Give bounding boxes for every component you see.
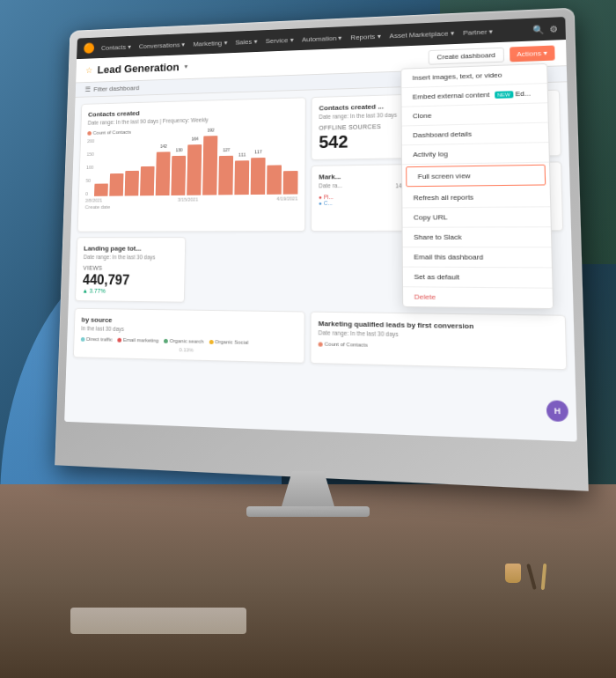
source-pct: 0.13%: [80, 345, 297, 356]
bar-chart: 142130164192127111117: [94, 134, 298, 196]
dashboard-row3: by source In the last 30 days Direct tra…: [66, 308, 575, 379]
title-chevron-icon[interactable]: ▾: [184, 63, 187, 70]
header-actions: Create dashboard Actions ▾: [429, 46, 555, 65]
legend-dot-red: [87, 131, 92, 136]
legend-dot-social: [209, 339, 213, 343]
bar-3: [140, 166, 154, 195]
nav-reports[interactable]: Reports ▾: [350, 33, 380, 41]
mql-legend: Count of Contacts: [319, 341, 558, 351]
bar-6: 164: [187, 144, 202, 195]
mql-legend-dot: [319, 342, 323, 346]
actions-dropdown: Insert images, text, or video Embed exte…: [400, 63, 554, 309]
legend-dot-email: [117, 337, 121, 342]
landing-change: ▲ 3.77%: [83, 288, 178, 295]
nav-sales[interactable]: Sales ▾: [235, 38, 257, 46]
hubspot-ui: 🟠 Contacts ▾ Conversations ▾ Marketing ▾…: [64, 17, 577, 442]
legend-dot-direct: [81, 336, 85, 341]
hubspot-logo: 🟠: [83, 42, 95, 54]
legend-organic: Organic search: [164, 338, 204, 344]
by-source-card: by source In the last 30 days Direct tra…: [73, 308, 305, 364]
dropdown-item-delete[interactable]: Delete: [403, 287, 553, 308]
new-badge: NEW: [495, 91, 513, 99]
marketing-qualified-card: Marketing qualified leads by first conve…: [310, 312, 567, 371]
search-icon[interactable]: 🔍: [532, 25, 544, 34]
title-row: ☆ Lead Generation ▾: [85, 61, 187, 77]
bar-8: 127: [218, 155, 233, 195]
dropdown-item-email[interactable]: Email this dashboard: [403, 247, 552, 268]
nav-marketplace[interactable]: Asset Marketplace ▾: [389, 29, 453, 40]
desk-items: [505, 564, 546, 590]
bar-2: [125, 171, 139, 196]
bar-12: [283, 171, 298, 195]
help-button[interactable]: H: [546, 400, 568, 422]
monitor-frame: 🟠 Contacts ▾ Conversations ▾ Marketing ▾…: [55, 8, 589, 491]
dropdown-item-details[interactable]: Dashboard details: [402, 123, 549, 146]
bar-11: [267, 166, 282, 195]
favorite-star-icon[interactable]: ☆: [85, 66, 92, 75]
bar-7: 192: [202, 136, 217, 195]
legend-count: Count of Contacts: [87, 129, 131, 136]
bar-1: [109, 173, 123, 196]
settings-icon[interactable]: ⚙: [549, 24, 558, 33]
bar-9: 111: [234, 160, 249, 195]
bar-10: 117: [251, 158, 266, 195]
dropdown-item-activity[interactable]: Activity log: [402, 143, 549, 165]
filter-label[interactable]: Filter dashboard: [93, 85, 139, 93]
chart-x-labels: 2/8/2021 3/15/2021 4/19/2021: [85, 195, 298, 203]
legend-dot-organic: [164, 338, 168, 343]
nav-contacts[interactable]: Contacts ▾: [101, 43, 131, 52]
bar-5: 130: [171, 155, 186, 195]
dropdown-item-copy-url[interactable]: Copy URL: [402, 207, 550, 227]
desk-pen: [526, 564, 537, 590]
legend-social: Organic Social: [209, 339, 248, 345]
monitor: 🟠 Contacts ▾ Conversations ▾ Marketing ▾…: [48, 13, 568, 471]
nav-icons: 🔍 ⚙: [532, 24, 558, 34]
dropdown-item-slack[interactable]: Share to Slack: [403, 227, 552, 247]
contacts-created-card: Contacts created Date range: In the last…: [77, 97, 306, 232]
monitor-screen: 🟠 Contacts ▾ Conversations ▾ Marketing ▾…: [64, 17, 577, 442]
bar-0: [94, 184, 108, 196]
dropdown-item-refresh[interactable]: Refresh all reports: [402, 187, 550, 208]
legend-email: Email marketing: [117, 337, 158, 343]
nav-conversations[interactable]: Conversations ▾: [139, 41, 186, 49]
chart-x-title: Create date: [85, 203, 298, 210]
dropdown-item-default[interactable]: Set as default: [403, 268, 553, 289]
create-dashboard-button[interactable]: Create dashboard: [429, 48, 503, 65]
keyboard: [70, 608, 246, 634]
filter-icon: ☰: [84, 85, 90, 92]
monitor-base: [246, 506, 370, 517]
nav-marketing[interactable]: Marketing ▾: [193, 39, 227, 48]
nav-partner[interactable]: Partner ▾: [463, 27, 493, 36]
legend-direct: Direct traffic: [81, 336, 113, 343]
desk-cup: [505, 564, 521, 583]
landing-page-title: Landing page tot...: [84, 245, 179, 253]
dropdown-item-fullscreen[interactable]: Full screen view: [406, 165, 546, 187]
legend-label: Count of Contacts: [93, 129, 132, 136]
landing-page-subtitle: Date range: In the last 30 days: [84, 254, 179, 260]
nav-automation[interactable]: Automation ▾: [302, 33, 342, 42]
landing-page-card: Landing page tot... Date range: In the l…: [75, 237, 186, 302]
landing-views-value: 440,797: [83, 272, 178, 288]
nav-service[interactable]: Service ▾: [266, 36, 294, 45]
source-legend: Direct traffic Email marketing Organic s…: [81, 336, 297, 346]
mql-legend-count: Count of Contacts: [319, 341, 368, 347]
dashboard-title: Lead Generation: [97, 61, 179, 76]
actions-button[interactable]: Actions ▾: [510, 46, 555, 63]
mql-legend-label: Count of Contacts: [325, 342, 368, 348]
bar-4: 142: [156, 152, 171, 196]
landing-views-label: VIEWS: [83, 265, 178, 271]
